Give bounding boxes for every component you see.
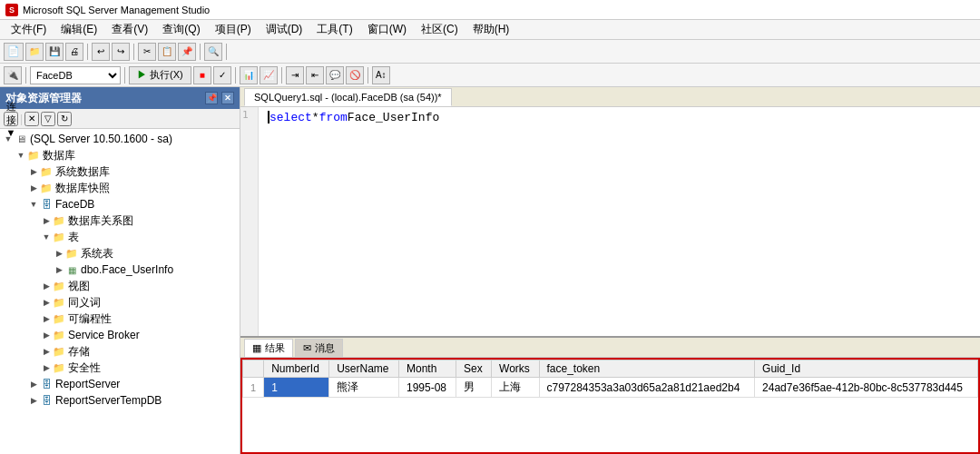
execute-button[interactable]: ▶ 执行(X) [129, 66, 191, 84]
refresh-explorer-button[interactable]: ↻ [57, 112, 72, 126]
tree-reportserver-node[interactable]: ▶ 🗄 ReportServer [0, 376, 240, 392]
db-snapshot-expand-icon[interactable]: ▶ [27, 182, 40, 194]
tree-system-tables-folder[interactable]: ▶ 📁 系统表 [0, 245, 240, 262]
menu-help[interactable]: 帮助(H) [466, 20, 517, 39]
toolbar-btn-10[interactable]: 📊 [240, 66, 258, 84]
tree-face-userinfo-table[interactable]: ▶ ▦ dbo.Face_UserInfo [0, 262, 240, 278]
toolbar-btn-5[interactable]: ↪ [112, 43, 130, 61]
service-broker-folder-icon: 📁 [53, 329, 65, 341]
reportserver-label: ReportServer [55, 378, 120, 390]
system-tables-expand-icon[interactable]: ▶ [53, 247, 65, 260]
toolbar-btn-11[interactable]: 📈 [260, 66, 278, 84]
toolbar-btn-13[interactable]: ⇤ [306, 66, 324, 84]
tree-security-folder[interactable]: ▶ 📁 安全性 [0, 360, 240, 376]
tree-tables-folder[interactable]: ▼ 📁 表 [0, 229, 240, 245]
toolbar-btn-6[interactable]: ✂ [138, 43, 156, 61]
results-header-row: NumberId UserName Month Sex Works face_t… [243, 360, 978, 378]
dbdiagram-expand-icon[interactable]: ▶ [40, 214, 53, 227]
menu-debug[interactable]: 调试(D) [259, 20, 310, 39]
new-query-button[interactable]: 📄 [4, 43, 24, 61]
menu-view[interactable]: 查看(V) [104, 20, 155, 39]
service-broker-expand-icon[interactable]: ▶ [40, 329, 53, 341]
toolbar-btn-1[interactable]: 📁 [25, 43, 44, 61]
database-selector[interactable]: FaceDB [30, 66, 121, 84]
reportserver-expand-icon[interactable]: ▶ [27, 378, 40, 390]
sql-line-1: select * from Face_UserInfo [268, 111, 973, 124]
parse-button[interactable]: ✓ [213, 66, 231, 84]
face-userinfo-label: dbo.Face_UserInfo [81, 263, 173, 276]
results-table-container: NumberId UserName Month Sex Works face_t… [240, 358, 980, 454]
menu-community[interactable]: 社区(C) [414, 20, 466, 39]
cell-numberid-1[interactable]: 1 [264, 378, 329, 398]
databases-expand-icon[interactable]: ▼ [15, 149, 27, 162]
toolbar-btn-7[interactable]: 📋 [158, 43, 176, 61]
menu-tools[interactable]: 工具(T) [309, 20, 359, 39]
results-tab-results[interactable]: ▦ 结果 [244, 339, 293, 357]
menu-edit[interactable]: 编辑(E) [54, 20, 104, 39]
toolbar-btn-4[interactable]: ↩ [92, 43, 110, 61]
cell-month-1[interactable]: 1995-08 [398, 378, 456, 398]
results-tab-messages[interactable]: ✉ 消息 [295, 339, 343, 357]
tree-storage-folder[interactable]: ▶ 📁 存储 [0, 343, 240, 360]
tree-synonyms-folder[interactable]: ▶ 📁 同义词 [0, 294, 240, 311]
toolbar-btn-2[interactable]: 💾 [45, 43, 64, 61]
tree-databases-folder[interactable]: ▼ 📁 数据库 [0, 147, 240, 163]
editor-tab-bar: SQLQuery1.sql - (local).FaceDB (sa (54))… [240, 87, 980, 107]
toolbar-connect-btn[interactable]: 🔌 [4, 66, 22, 84]
sql-keyword-from: from [319, 111, 348, 124]
security-expand-icon[interactable]: ▶ [40, 361, 53, 374]
tree-facedb-node[interactable]: ▼ 🗄 FaceDB [0, 196, 240, 212]
toolbar-btn-3[interactable]: 🖨 [65, 43, 83, 61]
cell-guid-id-1[interactable]: 24ad7e36f5ae-412b-80bc-8c537783d445 [755, 378, 978, 398]
programmability-expand-icon[interactable]: ▶ [40, 312, 53, 325]
tree-service-broker-folder[interactable]: ▶ 📁 Service Broker [0, 327, 240, 343]
filter-button[interactable]: ▽ [41, 112, 55, 126]
system-db-expand-icon[interactable]: ▶ [27, 165, 40, 178]
storage-expand-icon[interactable]: ▶ [40, 345, 53, 358]
tree-dbdiagram-folder[interactable]: ▶ 📁 数据库关系图 [0, 212, 240, 229]
cell-sex-1[interactable]: 男 [456, 378, 492, 398]
tree-reportservertempdb-node[interactable]: ▶ 🗄 ReportServerTempDB [0, 392, 240, 409]
synonyms-expand-icon[interactable]: ▶ [40, 296, 53, 309]
col-header-numberid: NumberId [264, 360, 329, 378]
results-icon: ▦ [252, 342, 261, 354]
toolbar-btn-16[interactable]: A↕ [372, 66, 390, 84]
results-tab-bar: ▦ 结果 ✉ 消息 [240, 338, 980, 358]
menu-query[interactable]: 查询(Q) [155, 20, 207, 39]
toolbar-btn-8[interactable]: 📌 [178, 43, 196, 61]
table-row[interactable]: 1 1 熊泽 1995-08 男 上海 c797284353a3a03d65a2… [243, 378, 978, 398]
tree-system-db-folder[interactable]: ▶ 📁 系统数据库 [0, 163, 240, 180]
reportservertempdb-expand-icon[interactable]: ▶ [27, 394, 40, 407]
face-userinfo-expand-icon[interactable]: ▶ [53, 263, 65, 276]
server-expand-icon[interactable]: ▼ [2, 133, 15, 145]
programmability-label: 可编程性 [68, 311, 112, 327]
toolbar-btn-15[interactable]: 🚫 [346, 66, 364, 84]
sql-editor[interactable]: 1 select * from Face_UserInfo [240, 107, 980, 336]
storage-label: 存储 [68, 344, 90, 360]
col-header-sex: Sex [456, 360, 492, 378]
menu-window[interactable]: 窗口(W) [360, 20, 414, 39]
tree-programmability-folder[interactable]: ▶ 📁 可编程性 [0, 311, 240, 327]
tree-db-snapshot-folder[interactable]: ▶ 📁 数据库快照 [0, 180, 240, 196]
connect-button[interactable]: 连接 ▼ [4, 112, 18, 126]
cell-works-1[interactable]: 上海 [492, 378, 539, 398]
stop-button[interactable]: ■ [193, 66, 211, 84]
cell-username-1[interactable]: 熊泽 [329, 378, 399, 398]
toolbar-btn-9[interactable]: 🔍 [204, 43, 222, 61]
tree-server-node[interactable]: ▼ 🖥 (SQL Server 10.50.1600 - sa) [0, 131, 240, 147]
toolbar-btn-14[interactable]: 💬 [326, 66, 344, 84]
close-panel-button[interactable]: ✕ [221, 92, 234, 104]
synonyms-label: 同义词 [68, 295, 101, 311]
pin-button[interactable]: 📌 [205, 92, 218, 104]
main-area: 对象资源管理器 📌 ✕ 连接 ▼ | ✕ ▽ ↻ ▼ 🖥 (SQL Server… [0, 87, 980, 454]
menu-file[interactable]: 文件(F) [4, 20, 54, 39]
cell-face-token-1[interactable]: c797284353a3a03d65a2a81d21aed2b4 [539, 378, 755, 398]
menu-project[interactable]: 项目(P) [208, 20, 259, 39]
facedb-expand-icon[interactable]: ▼ [27, 198, 40, 211]
toolbar-btn-12[interactable]: ⇥ [286, 66, 304, 84]
editor-tab-query1[interactable]: SQLQuery1.sql - (local).FaceDB (sa (54))… [244, 88, 452, 106]
tables-expand-icon[interactable]: ▼ [40, 231, 53, 243]
views-expand-icon[interactable]: ▶ [40, 280, 53, 292]
tree-views-folder[interactable]: ▶ 📁 视图 [0, 278, 240, 294]
disconnect-button[interactable]: ✕ [24, 112, 39, 126]
